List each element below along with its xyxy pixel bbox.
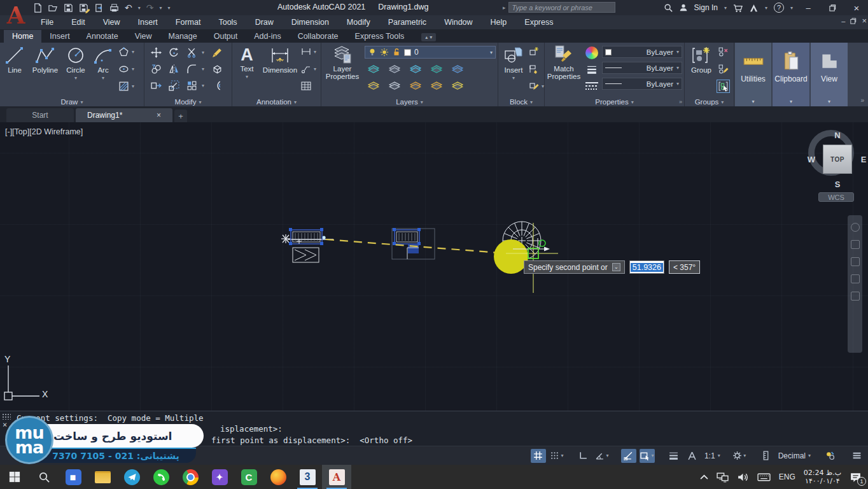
app-store-cart-icon[interactable]	[733, 3, 743, 13]
3dsmax-icon[interactable]: 3	[293, 465, 322, 489]
text-button[interactable]: AText▾	[235, 45, 259, 81]
panel-modify-footer[interactable]: Modify▾	[144, 98, 232, 106]
nav-pan-icon[interactable]	[851, 240, 860, 249]
offset-icon[interactable]	[209, 78, 225, 92]
ortho-mode-button[interactable]	[576, 449, 591, 463]
insert-block-button[interactable]: Insert▾	[500, 45, 528, 82]
menu-edit[interactable]: Edit	[62, 15, 94, 29]
layer-lock-tool-icon[interactable]	[429, 62, 444, 76]
ribbon-tab-addins[interactable]: Add-ins	[246, 30, 289, 43]
panel-utilities[interactable]: Utilities ▾	[735, 43, 771, 106]
object-color-combo[interactable]: ByLayer▾	[602, 46, 682, 58]
layer-make-current-icon[interactable]	[387, 78, 402, 92]
rotate-icon[interactable]	[166, 45, 181, 59]
new-file-icon[interactable]	[33, 3, 43, 13]
ribbon-tab-home[interactable]: Home	[4, 30, 41, 43]
doc-restore-button[interactable]	[850, 18, 857, 24]
move-icon[interactable]	[148, 45, 164, 59]
menu-file[interactable]: File	[32, 15, 62, 29]
object-snap-button[interactable]	[621, 449, 636, 463]
viewcube-south[interactable]: S	[835, 180, 841, 189]
nav-wheel-icon[interactable]	[851, 223, 860, 232]
ribbon-tab-express-tools[interactable]: Express Tools	[347, 30, 413, 43]
properties-dialog-launcher-icon[interactable]: »	[679, 99, 682, 105]
menu-window[interactable]: Window	[435, 15, 481, 29]
dyn-distance-input[interactable]: 51.9326	[629, 260, 664, 274]
menu-help[interactable]: Help	[482, 15, 516, 29]
language-indicator[interactable]: ENG	[779, 472, 795, 481]
undo-dropdown-icon[interactable]: ▾	[138, 5, 141, 11]
help-icon[interactable]: ?	[774, 3, 784, 13]
taskbar-search-button[interactable]	[29, 465, 59, 489]
drawing-canvas[interactable]: Y X [-][Top][2D Wireframe] N W E S TOP W…	[0, 122, 868, 411]
trim-icon[interactable]	[184, 45, 199, 59]
ribbon-tab-insert[interactable]: Insert	[41, 30, 78, 43]
match-properties-button[interactable]: Match Properties	[546, 44, 582, 80]
workspace-switching-button[interactable]: ▾	[732, 449, 747, 463]
table-button[interactable]	[301, 81, 311, 91]
leader-button[interactable]: ▾	[301, 64, 319, 74]
ellipse-button[interactable]: ▾	[118, 64, 137, 74]
viewport-controls-label[interactable]: [-][Top][2D Wireframe]	[5, 127, 83, 136]
network-icon[interactable]	[717, 472, 729, 483]
panel-layers-footer[interactable]: Layers▾	[321, 98, 498, 106]
menu-insert[interactable]: Insert	[129, 15, 167, 29]
ribbon-tab-collaborate[interactable]: Collaborate	[290, 30, 347, 43]
plot-icon[interactable]	[109, 3, 119, 13]
circle-button[interactable]: Circle▾	[62, 45, 89, 82]
dynamic-input-button[interactable]: ▾	[640, 449, 655, 463]
arc-button[interactable]: Arc▾	[90, 45, 116, 82]
dyn-input-expand-icon[interactable]: ⌄	[612, 263, 620, 271]
panel-annotation-footer[interactable]: Annotation▾	[232, 98, 321, 106]
undo-icon[interactable]: ↶	[125, 1, 132, 14]
chrome-icon[interactable]	[176, 465, 205, 489]
ribbon-tab-annotate[interactable]: Annotate	[78, 30, 127, 43]
create-block-icon[interactable]	[529, 46, 539, 57]
navigation-bar[interactable]	[848, 215, 862, 353]
layer-properties-button[interactable]: Layer Properties	[323, 44, 362, 80]
array-icon[interactable]	[184, 78, 199, 92]
telegram-icon[interactable]	[117, 465, 146, 489]
isolate-objects-button[interactable]	[822, 449, 837, 463]
layer-selector-combo[interactable]: 0 ▾	[365, 46, 496, 59]
ribbon-tab-manage[interactable]: Manage	[160, 30, 206, 43]
annotation-scale-button[interactable]: 1:1▾	[703, 449, 720, 463]
doc-minimize-button[interactable]: –	[841, 17, 845, 25]
layer-freeze-icon[interactable]	[408, 62, 423, 76]
qat-customize-icon[interactable]: ▾	[168, 5, 171, 11]
snap-mode-button[interactable]: ▾	[549, 449, 564, 463]
search-expand-icon[interactable]: ▸	[503, 4, 506, 11]
taskbar-clock[interactable]: 02:24 ب.ظ ۱۴۰۰/۰۱/۰۴	[804, 469, 841, 486]
autodesk-dropdown-icon[interactable]: ▾	[765, 5, 767, 11]
sign-in-button[interactable]: Sign In	[694, 3, 718, 12]
save-icon[interactable]	[64, 3, 73, 13]
lineweight-display-button[interactable]	[666, 449, 682, 463]
wcs-button[interactable]: WCS	[818, 192, 854, 202]
group-button[interactable]: Group	[687, 45, 715, 74]
viewcube-top-face[interactable]: TOP	[823, 145, 852, 174]
hatch-button[interactable]: ▾	[118, 81, 137, 92]
viewcube-north[interactable]: N	[834, 131, 840, 140]
new-drawing-tab-button[interactable]: +	[174, 110, 187, 122]
stretch-icon[interactable]	[148, 78, 164, 92]
annotation-visibility-button[interactable]	[685, 449, 700, 463]
viewcube-east[interactable]: E	[861, 155, 867, 164]
ungroup-icon[interactable]	[718, 46, 729, 57]
camtasia-icon[interactable]: C	[234, 465, 263, 489]
help-dropdown-icon[interactable]: ▾	[790, 5, 793, 11]
layer-delete-icon[interactable]	[450, 78, 465, 92]
ribbon-tab-output[interactable]: Output	[206, 30, 246, 43]
menu-view[interactable]: View	[94, 15, 129, 29]
nav-showmotion-icon[interactable]	[851, 292, 860, 301]
notification-center-icon[interactable]: 1	[850, 472, 862, 483]
viewcube-west[interactable]: W	[808, 155, 815, 164]
panel-view[interactable]: View ▾	[811, 43, 848, 106]
customization-menu-button[interactable]	[849, 449, 864, 463]
restore-button[interactable]	[823, 1, 841, 15]
linetype-combo[interactable]: ByLayer▾	[602, 78, 682, 90]
tray-expand-chevron-icon[interactable]	[700, 474, 708, 480]
line-button[interactable]: Line	[1, 45, 28, 74]
fillet-icon[interactable]	[184, 62, 199, 76]
layer-on-bulb-icon[interactable]	[368, 48, 377, 57]
menu-draw[interactable]: Draw	[246, 15, 283, 29]
